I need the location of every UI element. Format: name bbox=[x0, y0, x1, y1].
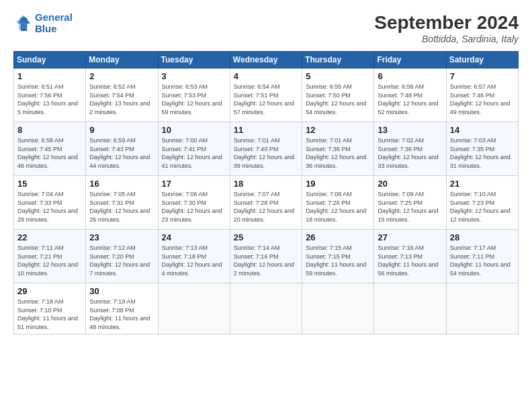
day-number: 21 bbox=[450, 179, 515, 189]
day-info: Sunrise: 7:14 AMSunset: 7:16 PMDaylight:… bbox=[234, 244, 294, 277]
calendar-cell: 10 Sunrise: 7:00 AMSunset: 7:41 PMDaylig… bbox=[158, 122, 230, 176]
calendar-cell: 2 Sunrise: 6:52 AMSunset: 7:54 PMDayligh… bbox=[86, 68, 158, 122]
day-info: Sunrise: 7:13 AMSunset: 7:18 PMDaylight:… bbox=[162, 244, 222, 277]
day-number: 18 bbox=[234, 179, 298, 189]
day-number: 22 bbox=[17, 232, 82, 242]
day-info: Sunrise: 7:15 AMSunset: 7:15 PMDaylight:… bbox=[306, 244, 366, 277]
calendar-cell: 11 Sunrise: 7:01 AMSunset: 7:40 PMDaylig… bbox=[230, 122, 302, 176]
day-info: Sunrise: 6:55 AMSunset: 7:50 PMDaylight:… bbox=[306, 83, 366, 116]
day-info: Sunrise: 7:02 AMSunset: 7:36 PMDaylight:… bbox=[378, 137, 438, 169]
logo-text: General Blue bbox=[35, 12, 73, 34]
calendar-cell: 23 Sunrise: 7:12 AMSunset: 7:20 PMDaylig… bbox=[86, 230, 158, 283]
calendar-cell: 30 Sunrise: 7:19 AMSunset: 7:08 PMDaylig… bbox=[86, 283, 158, 334]
calendar-cell: 7 Sunrise: 6:57 AMSunset: 7:46 PMDayligh… bbox=[446, 68, 518, 122]
calendar-header-row: Sunday Monday Tuesday Wednesday Thursday… bbox=[14, 52, 519, 68]
day-number: 8 bbox=[17, 125, 82, 135]
col-thursday: Thursday bbox=[302, 52, 374, 68]
location: Bottidda, Sardinia, Italy bbox=[374, 34, 519, 44]
day-info: Sunrise: 7:03 AMSunset: 7:35 PMDaylight:… bbox=[450, 137, 511, 169]
calendar-cell: 15 Sunrise: 7:04 AMSunset: 7:33 PMDaylig… bbox=[14, 176, 86, 230]
calendar-cell: 21 Sunrise: 7:10 AMSunset: 7:23 PMDaylig… bbox=[446, 176, 518, 230]
calendar-cell bbox=[374, 283, 446, 334]
day-info: Sunrise: 7:18 AMSunset: 7:10 PMDaylight:… bbox=[17, 298, 78, 330]
day-number: 26 bbox=[306, 232, 370, 242]
col-friday: Friday bbox=[374, 52, 446, 68]
calendar-cell: 20 Sunrise: 7:09 AMSunset: 7:25 PMDaylig… bbox=[374, 176, 446, 230]
day-info: Sunrise: 6:57 AMSunset: 7:46 PMDaylight:… bbox=[450, 83, 511, 116]
day-number: 5 bbox=[306, 71, 370, 81]
calendar: Sunday Monday Tuesday Wednesday Thursday… bbox=[13, 51, 519, 334]
col-tuesday: Tuesday bbox=[158, 52, 230, 68]
day-number: 30 bbox=[89, 286, 154, 296]
title-block: September 2024 Bottidda, Sardinia, Italy bbox=[374, 12, 519, 44]
day-info: Sunrise: 7:08 AMSunset: 7:26 PMDaylight:… bbox=[306, 191, 366, 223]
day-info: Sunrise: 7:06 AMSunset: 7:30 PMDaylight:… bbox=[162, 191, 222, 223]
day-number: 11 bbox=[234, 125, 298, 135]
day-info: Sunrise: 6:58 AMSunset: 7:45 PMDaylight:… bbox=[17, 137, 78, 169]
day-number: 13 bbox=[378, 125, 442, 135]
calendar-cell: 29 Sunrise: 7:18 AMSunset: 7:10 PMDaylig… bbox=[14, 283, 86, 334]
day-info: Sunrise: 6:52 AMSunset: 7:54 PMDaylight:… bbox=[89, 83, 150, 116]
calendar-cell bbox=[446, 283, 518, 334]
logo-icon bbox=[13, 14, 32, 33]
day-info: Sunrise: 7:01 AMSunset: 7:40 PMDaylight:… bbox=[234, 137, 294, 169]
day-number: 15 bbox=[17, 179, 82, 189]
calendar-cell: 5 Sunrise: 6:55 AMSunset: 7:50 PMDayligh… bbox=[302, 68, 374, 122]
day-info: Sunrise: 7:19 AMSunset: 7:08 PMDaylight:… bbox=[89, 298, 150, 330]
calendar-cell: 28 Sunrise: 7:17 AMSunset: 7:11 PMDaylig… bbox=[446, 230, 518, 283]
calendar-cell: 19 Sunrise: 7:08 AMSunset: 7:26 PMDaylig… bbox=[302, 176, 374, 230]
day-number: 12 bbox=[306, 125, 370, 135]
day-info: Sunrise: 6:56 AMSunset: 7:48 PMDaylight:… bbox=[378, 83, 438, 116]
calendar-cell: 25 Sunrise: 7:14 AMSunset: 7:16 PMDaylig… bbox=[230, 230, 302, 283]
calendar-cell: 6 Sunrise: 6:56 AMSunset: 7:48 PMDayligh… bbox=[374, 68, 446, 122]
day-number: 9 bbox=[89, 125, 154, 135]
day-info: Sunrise: 7:04 AMSunset: 7:33 PMDaylight:… bbox=[17, 191, 78, 223]
day-info: Sunrise: 7:00 AMSunset: 7:41 PMDaylight:… bbox=[162, 137, 222, 169]
day-number: 10 bbox=[162, 125, 226, 135]
calendar-cell: 3 Sunrise: 6:53 AMSunset: 7:53 PMDayligh… bbox=[158, 68, 230, 122]
day-info: Sunrise: 6:54 AMSunset: 7:51 PMDaylight:… bbox=[234, 83, 294, 116]
day-info: Sunrise: 7:12 AMSunset: 7:20 PMDaylight:… bbox=[89, 244, 150, 277]
col-wednesday: Wednesday bbox=[230, 52, 302, 68]
day-info: Sunrise: 7:16 AMSunset: 7:13 PMDaylight:… bbox=[378, 244, 438, 277]
day-number: 2 bbox=[89, 71, 154, 81]
logo: General Blue bbox=[13, 12, 73, 34]
day-info: Sunrise: 7:11 AMSunset: 7:21 PMDaylight:… bbox=[17, 244, 78, 277]
day-info: Sunrise: 7:10 AMSunset: 7:23 PMDaylight:… bbox=[450, 191, 511, 223]
day-number: 17 bbox=[162, 179, 226, 189]
day-number: 4 bbox=[234, 71, 298, 81]
day-number: 24 bbox=[162, 232, 226, 242]
calendar-cell: 8 Sunrise: 6:58 AMSunset: 7:45 PMDayligh… bbox=[14, 122, 86, 176]
day-info: Sunrise: 7:05 AMSunset: 7:31 PMDaylight:… bbox=[89, 191, 150, 223]
col-monday: Monday bbox=[86, 52, 158, 68]
day-number: 29 bbox=[17, 286, 82, 296]
day-info: Sunrise: 7:09 AMSunset: 7:25 PMDaylight:… bbox=[378, 191, 438, 223]
calendar-cell: 27 Sunrise: 7:16 AMSunset: 7:13 PMDaylig… bbox=[374, 230, 446, 283]
page-header: General Blue September 2024 Bottidda, Sa… bbox=[13, 12, 519, 44]
calendar-cell: 16 Sunrise: 7:05 AMSunset: 7:31 PMDaylig… bbox=[86, 176, 158, 230]
day-number: 25 bbox=[234, 232, 298, 242]
calendar-cell: 4 Sunrise: 6:54 AMSunset: 7:51 PMDayligh… bbox=[230, 68, 302, 122]
calendar-cell: 9 Sunrise: 6:59 AMSunset: 7:43 PMDayligh… bbox=[86, 122, 158, 176]
col-sunday: Sunday bbox=[14, 52, 86, 68]
month-title: September 2024 bbox=[374, 12, 519, 34]
day-number: 16 bbox=[89, 179, 154, 189]
calendar-cell: 12 Sunrise: 7:01 AMSunset: 7:38 PMDaylig… bbox=[302, 122, 374, 176]
calendar-cell: 18 Sunrise: 7:07 AMSunset: 7:28 PMDaylig… bbox=[230, 176, 302, 230]
calendar-cell bbox=[302, 283, 374, 334]
day-info: Sunrise: 7:17 AMSunset: 7:11 PMDaylight:… bbox=[450, 244, 511, 277]
day-number: 28 bbox=[450, 232, 515, 242]
calendar-cell: 24 Sunrise: 7:13 AMSunset: 7:18 PMDaylig… bbox=[158, 230, 230, 283]
day-number: 19 bbox=[306, 179, 370, 189]
day-number: 1 bbox=[17, 71, 82, 81]
calendar-cell: 13 Sunrise: 7:02 AMSunset: 7:36 PMDaylig… bbox=[374, 122, 446, 176]
day-number: 14 bbox=[450, 125, 515, 135]
calendar-cell bbox=[230, 283, 302, 334]
day-info: Sunrise: 7:01 AMSunset: 7:38 PMDaylight:… bbox=[306, 137, 366, 169]
day-number: 20 bbox=[378, 179, 442, 189]
calendar-cell: 26 Sunrise: 7:15 AMSunset: 7:15 PMDaylig… bbox=[302, 230, 374, 283]
day-number: 7 bbox=[450, 71, 515, 81]
day-number: 23 bbox=[89, 232, 154, 242]
day-number: 6 bbox=[378, 71, 442, 81]
calendar-cell: 14 Sunrise: 7:03 AMSunset: 7:35 PMDaylig… bbox=[446, 122, 518, 176]
